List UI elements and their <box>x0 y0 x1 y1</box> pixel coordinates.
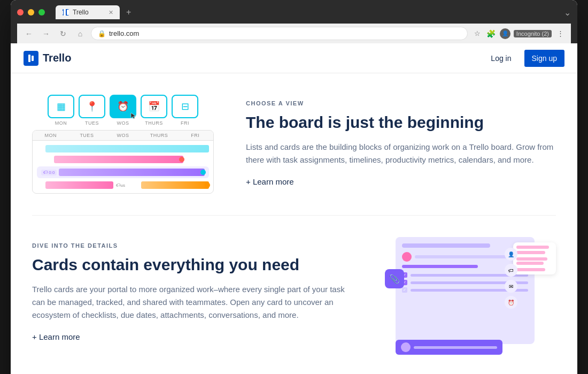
timeline-icon-symbol: ⏰ <box>117 101 129 112</box>
address-bar[interactable]: 🔒 trello.com <box>91 27 468 40</box>
sidebar-bar-1 <box>516 246 549 249</box>
section-1-eyebrow: Choose a view <box>246 100 556 106</box>
nav-actions: Log in Sign up <box>484 50 564 67</box>
tab-favicon <box>62 9 69 16</box>
signup-button[interactable]: Sign up <box>524 50 564 67</box>
trello-logo-text: Trello <box>43 52 71 64</box>
section-1-text: Choose a view The board is just the begi… <box>246 95 556 187</box>
extensions-icon[interactable]: 🧩 <box>486 28 497 39</box>
logo-bar-right-main <box>32 56 34 61</box>
section-1-visual: ▦ MON 📍 TUES <box>32 95 214 194</box>
trello-logo: Trello <box>24 51 71 66</box>
calendar-icon-symbol: 📅 <box>148 101 160 112</box>
timeline-bar-row4: 🏷us <box>45 181 113 189</box>
view-icon-box-board: ▦ <box>48 95 74 118</box>
browser-chrome: Trello ✕ + ⌄ ← → ↻ ⌂ 🔒 trello.com ☆ 🧩 <box>11 0 577 43</box>
traffic-light-minimize[interactable] <box>28 9 34 16</box>
view-icon-timeline[interactable]: ⏰ WOS <box>110 95 136 126</box>
card-visual: 📎 👤 🏷 <box>385 237 556 355</box>
card-avatar-pink <box>402 252 412 262</box>
timeline-bar-cyan <box>45 145 209 152</box>
view-icon-box-calendar: 📅 <box>141 95 167 118</box>
card-progress-bar <box>402 265 478 268</box>
timeline-bar-purple <box>59 169 205 176</box>
trello-icon-inner <box>64 9 69 16</box>
view-icon-box-map: 📍 <box>79 95 105 118</box>
section-choose-view: ▦ MON 📍 TUES <box>32 84 556 216</box>
incognito-label: Incognito (2) <box>516 30 549 37</box>
traffic-light-maximize[interactable] <box>38 9 45 16</box>
sidebar-bar-3 <box>516 257 547 261</box>
sidebar-bar-5 <box>516 268 545 271</box>
timeline-row-2 <box>37 156 209 163</box>
timeline-day-thurs: THURS <box>141 131 177 140</box>
view-icon-board[interactable]: ▦ MON <box>48 95 74 126</box>
login-button[interactable]: Log in <box>484 50 517 67</box>
browser-tab-trello[interactable]: Trello ✕ <box>56 5 120 19</box>
section-1-body: Lists and cards are the building blocks … <box>246 141 556 166</box>
browser-window: Trello ✕ + ⌄ ← → ↻ ⌂ 🔒 trello.com ☆ 🧩 <box>11 0 577 374</box>
view-icon-map[interactable]: 📍 TUES <box>79 95 105 126</box>
timeline-row-3: 🏷 0:0 <box>37 166 209 178</box>
logo-bar-right <box>67 10 69 15</box>
avatar-icon[interactable]: 👤 <box>500 28 510 39</box>
refresh-button[interactable]: ↻ <box>57 27 69 40</box>
incognito-badge: Incognito (2) <box>514 30 552 37</box>
window-menu-icon[interactable]: ⌄ <box>564 7 571 18</box>
site-content: Trello Log in Sign up ▦ <box>11 43 577 374</box>
view-icon-label-wos: WOS <box>117 120 129 126</box>
section-2-eyebrow: Dive into the details <box>32 242 353 249</box>
home-button[interactable]: ⌂ <box>74 27 87 40</box>
timeline-header: MON TUES WOS THURS FRI <box>33 131 213 141</box>
card-avatar-sm <box>401 342 411 352</box>
timeline-day-wos: WOS <box>105 131 141 140</box>
sidebar-bar-4 <box>516 262 544 265</box>
timeline-day-fri: FRI <box>177 131 213 140</box>
section-2-text: Dive into the details Cards contain ever… <box>32 237 353 342</box>
main-content: ▦ MON 📍 TUES <box>11 73 577 374</box>
section-2-learn-more[interactable]: + Learn more <box>32 332 80 341</box>
logo-bar-left <box>64 9 66 16</box>
board-icon-symbol: ▦ <box>57 101 66 112</box>
browser-controls: Trello ✕ + ⌄ <box>17 5 571 19</box>
sidebar-icon-tag[interactable]: 🏷 <box>505 264 517 277</box>
bar-dot-pink <box>179 157 184 162</box>
sidebar-icon-mail[interactable]: ✉ <box>505 280 517 293</box>
view-icon-calendar[interactable]: 📅 THURS <box>141 95 167 126</box>
bookmark-icon[interactable]: ☆ <box>472 28 483 39</box>
trello-navbar: Trello Log in Sign up <box>11 43 577 73</box>
traffic-light-close[interactable] <box>17 9 24 16</box>
forward-button[interactable]: → <box>40 27 52 40</box>
table-icon-symbol: ⊟ <box>181 101 189 112</box>
new-tab-button[interactable]: + <box>122 5 135 19</box>
browser-toolbar: ← → ↻ ⌂ 🔒 trello.com ☆ 🧩 👤 Incogn <box>17 24 571 43</box>
view-icon-label-mon: MON <box>55 120 67 126</box>
trello-logo-icon-inner <box>28 55 34 62</box>
logo-bar-left-main <box>28 55 30 62</box>
section-cards: Dive into the details Cards contain ever… <box>32 216 556 374</box>
section-1-learn-more[interactable]: + Learn more <box>246 177 294 186</box>
view-icon-table[interactable]: ⊟ FRI <box>172 95 198 126</box>
bar-dot-blue <box>200 170 206 175</box>
paperclip-icon: 📎 <box>389 274 400 284</box>
cursor-icon <box>130 112 137 119</box>
tab-close-button[interactable]: ✕ <box>109 9 113 16</box>
timeline-body: 🏷 0:0 🏷us <box>33 141 213 193</box>
sidebar-icons: 👤 🏷 ✉ ⏰ <box>505 248 517 309</box>
sidebar-bar-2 <box>516 251 545 254</box>
view-icon-label-tues: TUES <box>85 120 99 126</box>
timeline-bar-orange <box>141 181 209 189</box>
sidebar-icon-clock[interactable]: ⏰ <box>505 296 517 309</box>
view-icon-box-table: ⊟ <box>172 95 198 118</box>
section-1-title: The board is just the beginning <box>246 113 556 132</box>
card-attachment-icon: 📎 <box>385 269 404 288</box>
toolbar-actions: ☆ 🧩 👤 Incognito (2) ⋮ <box>472 28 566 39</box>
sidebar-icon-user[interactable]: 👤 <box>505 248 517 261</box>
card-header-line <box>402 243 490 248</box>
map-icon-symbol: 📍 <box>86 101 98 112</box>
section-2-body: Trello cards are your portal to more org… <box>32 283 353 322</box>
card-sidebar: 👤 🏷 ✉ ⏰ <box>513 242 556 274</box>
view-icons-row: ▦ MON 📍 TUES <box>32 95 214 126</box>
back-button[interactable]: ← <box>22 27 35 40</box>
menu-icon[interactable]: ⋮ <box>555 28 566 39</box>
